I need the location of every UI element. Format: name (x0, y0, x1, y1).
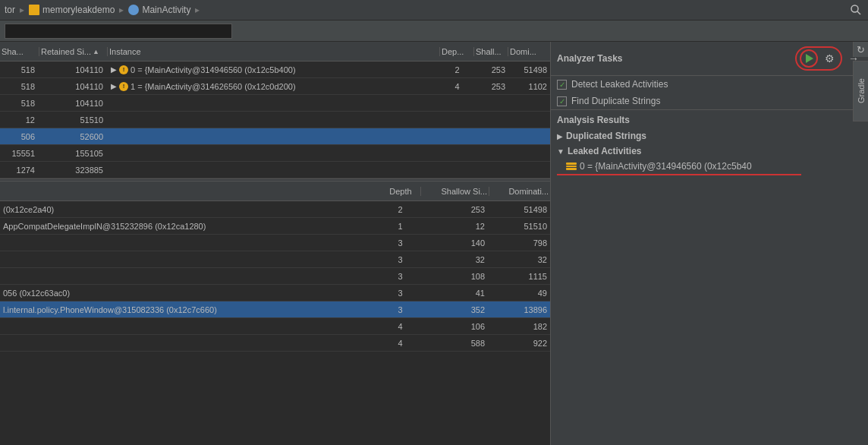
result-duplicated-strings[interactable]: ▶ Duplicated Strings (551, 128, 868, 144)
cell-instance: ▶ ! 0 = {MainActivity@314946560 (0x12c5b… (108, 65, 440, 74)
lower-cell-domination: 49 (489, 289, 550, 298)
lower-col-depth-header: Depth (379, 187, 421, 196)
lower-table-row[interactable]: (0x12ce2a40) 2 253 51498 (0, 201, 550, 218)
lower-col-shallow-header: Shallow Si... (421, 187, 489, 196)
lower-table-row[interactable]: 4 106 182 (0, 318, 550, 335)
search-bar (0, 21, 868, 42)
lower-table-row[interactable]: 056 (0x12c63ac0) 3 41 49 (0, 285, 550, 301)
db-icon-line (566, 166, 577, 168)
cell-retained: 51510 (39, 115, 108, 125)
lower-cell-depth: 3 (379, 289, 421, 298)
search-icon[interactable] (848, 2, 863, 17)
find-duplicate-label: Find Duplicate Strings (571, 96, 660, 106)
gradle-tab[interactable]: Gradle (853, 61, 868, 122)
lower-cell-domination: 922 (489, 339, 550, 348)
upper-table-header: Sha... Retained Si... ▲ Instance Dep... … (0, 42, 550, 62)
lower-table-row[interactable]: AppCompatDelegateImplN@315232896 (0x12ca… (0, 218, 550, 235)
table-row[interactable]: 12 51510 (0, 112, 550, 128)
expand-arrow[interactable]: ▶ (111, 65, 117, 74)
lower-cell-shallow: 588 (421, 339, 489, 348)
result-child-item[interactable]: 0 = {MainActivity@314946560 (0x12c5b40 (551, 159, 868, 174)
cell-retained: 104110 (39, 99, 108, 108)
lower-cell-depth: 3 (379, 272, 421, 281)
run-button[interactable] (800, 49, 818, 68)
project-name[interactable]: memoryleakdemo (42, 5, 115, 15)
lower-table-row[interactable]: l.internal.policy.PhoneWindow@315082336 … (0, 301, 550, 318)
table-row[interactable]: 15551 155105 (0, 145, 550, 162)
lower-table-row[interactable]: 4 588 922 (0, 335, 550, 352)
activity-name[interactable]: MainActivity (142, 5, 190, 15)
lower-table-row[interactable]: 3 140 798 (0, 235, 550, 251)
lower-cell-domination: 51498 (489, 205, 550, 214)
lower-cell-shallow: 352 (421, 305, 489, 314)
analyzer-tasks-header: Analyzer Tasks ⚙ → (551, 42, 868, 76)
lower-cell-depth: 3 (379, 255, 421, 264)
task-find-duplicate[interactable]: Find Duplicate Strings (551, 93, 868, 109)
analysis-results-header: Analysis Results (551, 109, 868, 128)
table-row[interactable]: 518 104110 ▶ ! 1 = {MainActivity@3146265… (0, 78, 550, 95)
gear-button[interactable]: ⚙ (821, 50, 838, 67)
lower-cell-depth: 3 (379, 238, 421, 248)
task-detect-leaked[interactable]: Detect Leaked Activities (551, 76, 868, 93)
detect-leaked-checkbox[interactable] (557, 80, 567, 90)
search-input[interactable] (5, 24, 232, 39)
lower-table-row[interactable]: 3 32 32 (0, 251, 550, 268)
leaked-child-label: 0 = {MainActivity@314946560 (0x12c5b40 (580, 161, 752, 172)
collapsed-arrow: ▶ (557, 132, 563, 140)
lower-cell-name: AppCompatDelegateImplN@315232896 (0x12ca… (0, 222, 379, 231)
lower-cell-depth: 4 (379, 322, 421, 331)
svg-line-1 (857, 11, 860, 14)
lower-cell-depth: 2 (379, 205, 421, 214)
cell-sha: 15551 (0, 149, 39, 158)
lower-cell-shallow: 41 (421, 289, 489, 298)
sort-arrow: ▲ (93, 48, 99, 55)
lower-table-row[interactable]: 3 108 1115 (0, 268, 550, 285)
cell-dep: 4 (440, 82, 474, 91)
table-row[interactable]: 1274 323885 (0, 162, 550, 178)
breadcrumb-separator-2: ▸ (119, 5, 124, 15)
result-leaked-activities-label: Leaked Activities (568, 146, 642, 156)
breadcrumb-separator-1: ▸ (20, 5, 24, 15)
gradle-refresh-button[interactable]: ↻ (853, 42, 868, 57)
db-icon-line (566, 163, 577, 165)
col-retained-header[interactable]: Retained Si... ▲ (39, 47, 108, 56)
lower-cell-domination: 51510 (489, 222, 550, 231)
tor-label: tor (5, 5, 15, 15)
db-icon (566, 163, 577, 170)
play-icon (806, 54, 813, 63)
col-dep-header: Dep... (440, 47, 474, 56)
lower-cell-domination: 1115 (489, 272, 550, 281)
lower-cell-shallow: 106 (421, 322, 489, 331)
cell-sha: 12 (0, 115, 39, 125)
refresh-icon: ↻ (857, 44, 865, 55)
expanded-arrow: ▼ (557, 147, 565, 156)
table-row[interactable]: 518 104110 ▶ ! 0 = {MainActivity@3149465… (0, 62, 550, 78)
col-shall-header: Shall... (474, 47, 508, 56)
left-panel: Sha... Retained Si... ▲ Instance Dep... … (0, 42, 551, 445)
col-sha-header: Sha... (0, 47, 39, 56)
lower-cell-depth: 1 (379, 222, 421, 231)
lower-table: Depth Shallow Si... Dominati... (0x12ce2… (0, 181, 550, 352)
lower-cell-name: l.internal.policy.PhoneWindow@315082336 … (0, 305, 379, 314)
result-leaked-activities[interactable]: ▼ Leaked Activities (551, 144, 868, 159)
find-duplicate-checkbox[interactable] (557, 96, 567, 106)
cell-retained: 52600 (39, 132, 108, 141)
analyzer-tasks-title: Analyzer Tasks (557, 53, 623, 64)
lower-cell-domination: 182 (489, 322, 550, 331)
cell-retained: 104110 (39, 65, 108, 74)
result-duplicated-strings-label: Duplicated Strings (566, 131, 646, 141)
right-panel: Analyzer Tasks ⚙ → Detect Leaked Activit… (551, 42, 868, 445)
table-row[interactable]: 506 52600 (0, 128, 550, 145)
upper-table: Sha... Retained Si... ▲ Instance Dep... … (0, 42, 550, 178)
table-row[interactable]: 518 104110 (0, 95, 550, 112)
warning-icon: ! (119, 65, 128, 74)
breadcrumb-separator-3: ▸ (195, 5, 200, 15)
lower-cell-shallow: 108 (421, 272, 489, 281)
lower-cell-depth: 4 (379, 339, 421, 348)
lower-cell-shallow: 253 (421, 205, 489, 214)
instance-text: 0 = {MainActivity@314946560 (0x12c5b400) (131, 65, 296, 74)
expand-arrow[interactable]: ▶ (111, 82, 117, 90)
instance-text: 1 = {MainActivity@314626560 (0x12c0d200) (131, 82, 296, 91)
main-content: Sha... Retained Si... ▲ Instance Dep... … (0, 42, 868, 445)
top-toolbar: tor ▸ memoryleakdemo ▸ MainActivity ▸ (0, 0, 868, 21)
